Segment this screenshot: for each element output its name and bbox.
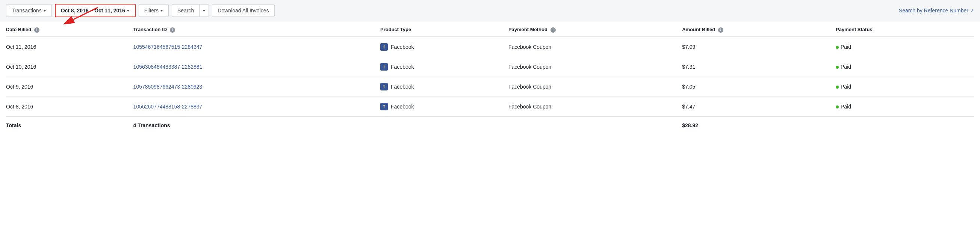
date-billed-info-icon[interactable]: i [34, 27, 40, 33]
transactions-label: Transactions [12, 8, 42, 14]
table-header-row: Date Billed i Transaction ID i Product T… [6, 21, 974, 37]
col-header-transaction-id: Transaction ID i [134, 21, 380, 37]
filters-dropdown[interactable]: Filters [138, 4, 169, 17]
cell-amount-billed: $7.05 [682, 76, 836, 97]
toolbar-left: Transactions Oct 8, 2016 – Oct 11, 2016 … [6, 4, 896, 17]
payment-method-info-icon[interactable]: i [550, 27, 556, 33]
cell-product-type: fFacebook [380, 57, 508, 76]
col-header-amount-billed: Amount Billed i [682, 21, 836, 37]
col-header-product-type: Product Type [380, 21, 508, 37]
paid-status-dot-icon [836, 86, 839, 89]
col-header-payment-status: Payment Status [836, 21, 974, 37]
cell-transaction-id[interactable]: 1056308484483387-2282881 [134, 57, 380, 76]
transaction-id-info-icon[interactable]: i [170, 27, 175, 33]
transactions-chevron-icon [43, 10, 46, 12]
cell-date-billed: Oct 11, 2016 [6, 37, 134, 57]
date-range-chevron-icon [127, 10, 130, 12]
table-row: Oct 10, 20161056308484483387-2282881fFac… [6, 57, 974, 76]
transaction-id-link[interactable]: 1056260774488158-2278837 [134, 104, 202, 109]
amount-billed-info-icon[interactable]: i [718, 27, 723, 33]
cell-amount-billed: $7.09 [682, 37, 836, 57]
cell-transaction-id[interactable]: 1056260774488158-2278837 [134, 97, 380, 117]
table-row: Oct 8, 20161056260774488158-2278837fFace… [6, 97, 974, 117]
cell-date-billed: Oct 10, 2016 [6, 57, 134, 76]
cell-transaction-id[interactable]: 1055467164567515-2284347 [134, 37, 380, 57]
cell-payment-method: Facebook Coupon [508, 37, 682, 57]
table-row: Oct 9, 20161057850987662473-2280923fFace… [6, 76, 974, 97]
cell-transaction-id[interactable]: 1057850987662473-2280923 [134, 76, 380, 97]
cell-amount-billed: $7.31 [682, 57, 836, 76]
product-type-label: Facebook [391, 84, 414, 90]
paid-status-dot-icon [836, 66, 839, 69]
toolbar: Transactions Oct 8, 2016 – Oct 11, 2016 … [0, 0, 980, 21]
date-range-picker[interactable]: Oct 8, 2016 – Oct 11, 2016 [55, 4, 136, 17]
filters-label: Filters [144, 8, 159, 14]
cell-payment-status: Paid [836, 57, 974, 76]
cell-date-billed: Oct 8, 2016 [6, 97, 134, 117]
download-label: Download All Invoices [218, 8, 269, 14]
transactions-table: Date Billed i Transaction ID i Product T… [6, 21, 974, 134]
payment-status-label: Paid [841, 104, 851, 109]
cell-payment-status: Paid [836, 76, 974, 97]
cell-payment-status: Paid [836, 37, 974, 57]
cell-product-type: fFacebook [380, 76, 508, 97]
facebook-logo-icon: f [380, 63, 388, 71]
cell-payment-method: Facebook Coupon [508, 76, 682, 97]
search-by-ref-label: Search by Reference Number [899, 8, 968, 14]
transactions-count: 4 Transactions [134, 117, 380, 134]
search-dropdown-button[interactable] [199, 4, 209, 17]
cell-product-type: fFacebook [380, 37, 508, 57]
cell-amount-billed: $7.47 [682, 97, 836, 117]
date-range-label: Oct 8, 2016 – Oct 11, 2016 [61, 8, 125, 14]
transaction-id-link[interactable]: 1056308484483387-2282881 [134, 64, 202, 70]
totals-label: Totals [6, 117, 134, 134]
payment-status-label: Paid [841, 44, 851, 50]
facebook-logo-icon: f [380, 43, 388, 51]
transactions-dropdown[interactable]: Transactions [6, 4, 52, 17]
external-link-icon: ↗ [970, 8, 974, 14]
payment-status-label: Paid [841, 64, 851, 70]
product-type-label: Facebook [391, 64, 414, 70]
search-group: Search [172, 4, 209, 17]
transaction-id-link[interactable]: 1057850987662473-2280923 [134, 84, 202, 90]
cell-payment-status: Paid [836, 97, 974, 117]
payment-status-label: Paid [841, 84, 851, 90]
facebook-logo-icon: f [380, 83, 388, 90]
col-header-payment-method: Payment Method i [508, 21, 682, 37]
search-label: Search [177, 8, 194, 14]
download-all-invoices-button[interactable]: Download All Invoices [212, 4, 274, 17]
cell-date-billed: Oct 9, 2016 [6, 76, 134, 97]
cell-product-type: fFacebook [380, 97, 508, 117]
toolbar-right: Search by Reference Number ↗ [899, 8, 974, 14]
table-row: Oct 11, 20161055467164567515-2284347fFac… [6, 37, 974, 57]
search-chevron-icon [202, 10, 205, 12]
cell-payment-method: Facebook Coupon [508, 97, 682, 117]
cell-payment-method: Facebook Coupon [508, 57, 682, 76]
transactions-table-container: Date Billed i Transaction ID i Product T… [0, 21, 980, 134]
col-header-date-billed: Date Billed i [6, 21, 134, 37]
product-type-label: Facebook [391, 104, 414, 109]
totals-row: Totals 4 Transactions $28.92 [6, 117, 974, 134]
facebook-logo-icon: f [380, 103, 388, 110]
search-button[interactable]: Search [172, 4, 199, 17]
paid-status-dot-icon [836, 105, 839, 108]
search-by-reference-link[interactable]: Search by Reference Number ↗ [899, 8, 974, 14]
total-amount: $28.92 [682, 117, 836, 134]
paid-status-dot-icon [836, 46, 839, 49]
product-type-label: Facebook [391, 44, 414, 50]
filters-chevron-icon [160, 10, 163, 12]
transaction-id-link[interactable]: 1055467164567515-2284347 [134, 44, 202, 50]
